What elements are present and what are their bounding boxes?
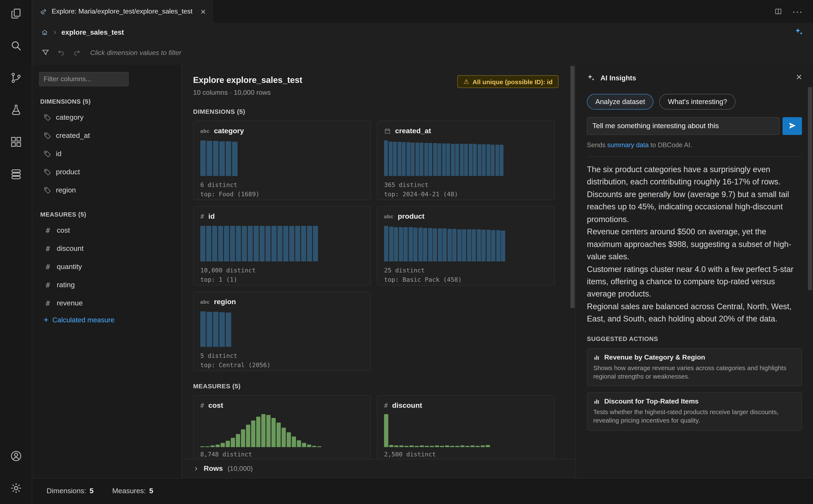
whats-interesting-button[interactable]: What's interesting? (660, 94, 736, 110)
sidebar-item-label: product (56, 168, 80, 176)
top-value: top: Central (2056) (200, 361, 364, 370)
column-card-product[interactable]: abc product 25 distinct top: Basic Pack … (377, 206, 555, 286)
id-histogram[interactable] (200, 226, 364, 261)
distinct-count: 5 distinct (200, 351, 364, 361)
bar-chart-icon (593, 398, 600, 405)
search-icon[interactable] (9, 39, 23, 52)
database-icon[interactable] (9, 168, 23, 181)
column-name: category (214, 127, 244, 135)
rows-section-toggle[interactable]: Rows (10,000) (182, 459, 575, 478)
column-card-discount[interactable]: # discount 2,500 distinct (377, 395, 555, 459)
undo-icon[interactable] (57, 49, 65, 57)
add-calculated-measure-button[interactable]: + Calculated measure (32, 316, 181, 324)
discount-histogram[interactable] (384, 414, 547, 447)
sidebar-item-label: category (56, 113, 83, 122)
sidebar-item-discount[interactable]: # discount (32, 239, 181, 258)
summary-data-link[interactable]: summary data (607, 141, 649, 148)
sidebar-item-revenue[interactable]: # revenue (32, 294, 181, 312)
ai-disclaimer: Sendssummary datato DBCode AI. (587, 141, 802, 149)
hash-type-icon: # (384, 402, 388, 409)
column-card-cost[interactable]: # cost 8,748 distinct (193, 395, 371, 459)
send-button[interactable] (783, 117, 802, 135)
insight-paragraph: Revenue centers around $500 on average, … (587, 225, 802, 263)
distinct-count: 8,748 distinct (200, 450, 364, 459)
unique-id-warning-badge: ⚠ All unique (possible ID): id (457, 75, 558, 88)
tab-explore[interactable]: Explore: Maria/explore_test/explore_sale… (32, 0, 214, 23)
activity-bar (0, 0, 32, 504)
analyze-dataset-button[interactable]: Analyze dataset (587, 94, 654, 110)
top-value: top: Basic Pack (458) (384, 275, 547, 285)
insight-paragraph: Discounts are generally low (average 9.7… (587, 188, 802, 226)
filter-hint-text: Click dimension values to filter (90, 49, 181, 56)
ai-prompt-input[interactable] (587, 117, 780, 135)
split-editor-icon[interactable] (774, 8, 782, 15)
source-control-icon[interactable] (9, 71, 23, 85)
settings-gear-icon[interactable] (9, 481, 23, 495)
sidebar-item-id[interactable]: id (32, 145, 181, 163)
sparkle-icon (587, 74, 595, 82)
sidebar-item-created-at[interactable]: created_at (32, 126, 181, 145)
warning-icon: ⚠ (463, 78, 469, 85)
hash-icon: # (44, 226, 52, 235)
column-card-created-at[interactable]: created_at 365 distinct top: 2024-04-21 … (377, 121, 555, 200)
cost-histogram[interactable] (200, 414, 364, 447)
column-name: discount (392, 401, 422, 410)
sidebar-item-cost[interactable]: # cost (32, 221, 181, 239)
rows-count: (10,000) (228, 465, 253, 472)
column-name: region (214, 298, 236, 306)
send-plane-icon (788, 121, 796, 131)
column-name: cost (208, 401, 223, 410)
product-histogram[interactable] (384, 226, 547, 261)
tag-icon (44, 168, 51, 176)
region-histogram[interactable] (200, 311, 364, 347)
created-at-histogram[interactable] (384, 140, 547, 176)
more-actions-icon[interactable]: ··· (792, 9, 803, 14)
column-name: product (398, 212, 424, 221)
distinct-count: 10,000 distinct (200, 266, 364, 275)
category-histogram[interactable] (200, 140, 364, 176)
filter-columns-input[interactable] (39, 72, 129, 86)
column-card-id[interactable]: # id 10,000 distinct top: 1 (1) (193, 206, 371, 286)
suggestion-discount-top-rated[interactable]: Discount for Top-Rated Items Tests wheth… (587, 392, 802, 430)
sidebar-item-quantity[interactable]: # quantity (32, 258, 181, 276)
funnel-icon[interactable] (41, 49, 50, 57)
ai-insights-panel: AI Insights × Analyze dataset What's int… (575, 64, 813, 478)
ai-insights-text: The six product categories have a surpri… (587, 163, 802, 325)
suggestion-revenue-by-category[interactable]: Revenue by Category & Region Shows how a… (587, 348, 802, 386)
sidebar-item-label: cost (57, 226, 70, 235)
sidebar-item-label: rating (57, 281, 75, 289)
columns-panel: DIMENSIONS (5) category created_at id pr… (32, 64, 182, 478)
distinct-count: 6 distinct (200, 180, 364, 190)
insight-paragraph: The six product categories have a surpri… (587, 163, 802, 188)
flask-icon[interactable] (9, 103, 23, 117)
breadcrumb-item[interactable]: explore_sales_test (61, 28, 124, 36)
sidebar-item-label: quantity (57, 262, 82, 271)
sidebar-item-category[interactable]: category (32, 108, 181, 126)
sidebar-item-region[interactable]: region (32, 181, 181, 199)
sidebar-item-label: id (56, 150, 61, 158)
hash-icon: # (44, 281, 52, 289)
explore-scrollbar[interactable] (570, 66, 574, 308)
sidebar-item-product[interactable]: product (32, 163, 181, 181)
account-icon[interactable] (9, 449, 23, 463)
main-content: DIMENSIONS (5) category created_at id pr… (32, 64, 813, 478)
column-card-category[interactable]: abc category 6 distinct top: Food (1689) (193, 121, 371, 200)
explorer-icon[interactable] (9, 7, 23, 20)
tag-icon (44, 114, 51, 121)
extensions-icon[interactable] (9, 135, 23, 149)
sidebar-item-rating[interactable]: # rating (32, 276, 181, 294)
dimensions-cards-header: DIMENSIONS (5) (193, 108, 575, 115)
ai-sparkle-icon[interactable] (794, 27, 804, 38)
redo-icon[interactable] (73, 49, 81, 57)
top-value: top: 2024-04-21 (48) (384, 190, 547, 199)
home-icon[interactable] (41, 29, 48, 36)
suggestion-description: Tests whether the highest-rated products… (593, 408, 796, 425)
close-icon[interactable]: × (796, 71, 802, 83)
column-card-region[interactable]: abc region 5 distinct top: Central (2056… (193, 291, 371, 371)
hash-icon: # (44, 299, 52, 307)
ai-panel-scrollbar[interactable] (808, 87, 812, 290)
tab-title: Explore: Maria/explore_test/explore_sale… (52, 8, 192, 15)
calculated-measure-label: Calculated measure (52, 316, 114, 324)
column-name: created_at (395, 127, 431, 135)
tab-close-icon[interactable]: × (200, 7, 206, 16)
